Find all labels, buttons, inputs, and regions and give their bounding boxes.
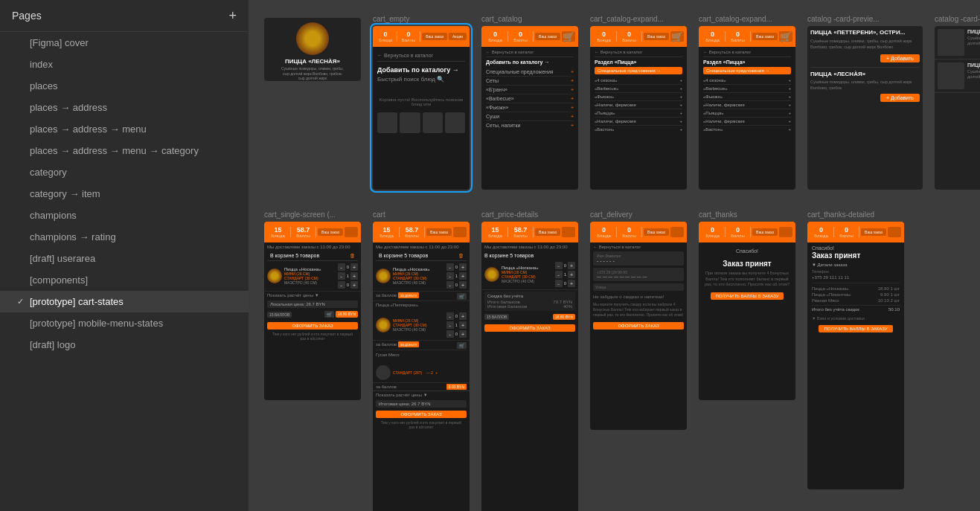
frame-cart-price-details[interactable]: cart_price-details 15Блюда 58.7Баллы Ваш… [481,210,578,511]
sidebar-item-draft-logo[interactable]: [draft] logo [0,334,249,356]
sidebar-item-category[interactable]: category [0,161,249,183]
frame-catalog-card-preview-2[interactable]: catalog -card-previe... ПИЦЦА «ЛЕСНÀЯ» С… [935,15,980,190]
frame-label: cart_catalog [481,15,578,23]
frame-cart-main[interactable]: cart 15Блюда 58.7Баллы Ваш заказ Мы дост… [373,210,470,511]
order-btn-main[interactable]: ОФОРМИТЬ ЗАКАЗ [376,411,467,418]
canvas-row-2: cart_single-screen (... 15Блюда 58.7Балл… [264,210,965,511]
frame-label: cart_thanks-detailed [807,210,904,219]
frame-label: catalog -card-previe... [935,15,980,23]
add-page-button[interactable]: + [228,9,237,22]
pages-title: Pages [12,10,42,22]
sidebar-item-places-address-menu[interactable]: places → address → menu [0,118,249,140]
frame-cart-delivery[interactable]: cart_delivery 0Блюда 0Баллы Ваш заказ ← … [590,210,687,430]
frame-cart-single[interactable]: cart_single-screen (... 15Блюда 58.7Балл… [264,210,361,400]
canvas-row-1: ПИЦЦА «ЛЕСНÀЯ» Сушёные помидоры, оливки,… [264,15,965,190]
check-icon: ✓ [15,297,25,307]
frame-label: cart_price-details [481,210,578,219]
canvas-area[interactable]: ПИЦЦА «ЛЕСНÀЯ» Сушёные помидоры, оливки,… [249,0,980,511]
sidebar-item-places-address-menu-category[interactable]: places → address → menu → category [0,140,249,161]
sidebar-item-label: [prototype] cart-states [30,296,124,307]
frame-cart-catalog[interactable]: cart_catalog 0Блюда 0Баллы Ваш заказ 🛒 ←… [481,15,578,190]
sidebar-item-champions[interactable]: champions [0,205,249,226]
frame-cart-thanks-detailed[interactable]: cart_thanks-detailed 0Блюда 0Баллы Ваш з… [807,210,904,489]
frame-cart-catalog-expand2[interactable]: cart_catalog-expand... 0Блюда 0Баллы Ваш… [699,15,795,190]
sidebar-item-prototype-mobile-menu[interactable]: [prototype] mobile-menu-states [0,312,249,334]
get-points-btn[interactable]: ПОЛУЧИТЬ БАЛЛЫ В ЗАКАЗУ [711,292,784,300]
sidebar-item-components[interactable]: [components] [0,269,249,291]
sidebar-item-places-address[interactable]: places → address [0,97,249,118]
sidebar-header: Pages + [0,0,249,32]
frame-catalog-card-preview-1[interactable]: catalog -card-previe... ПИЦЦА «ПЕТТЕРЕНИ… [807,15,923,190]
sidebar-item-places[interactable]: places [0,75,249,97]
sidebar-item-category-item[interactable]: category → item [0,183,249,205]
confirm-order-btn[interactable]: ОФОРМИТЬ ЗАКАЗ [593,322,684,330]
sidebar-item-index[interactable]: index [0,54,249,75]
frame-pizza-top[interactable]: ПИЦЦА «ЛЕСНÀЯ» Сушёные помидоры, оливки,… [264,15,361,81]
frame-label: cart_catalog-expand... [590,15,687,23]
frame-label: cart_empty [373,15,470,23]
frame-label: catalog -card-previe... [807,15,923,23]
frame-label: cart_catalog-expand... [699,15,795,23]
sidebar-item-draft-userarea[interactable]: [draft] userarea [0,248,249,269]
sidebar: Pages + [Figma] cover index places place… [0,0,249,511]
frame-label: cart [373,210,470,219]
frame-label: cart_single-screen (... [264,210,361,219]
frame-label: cart_delivery [590,210,687,219]
sidebar-item-figma-cover[interactable]: [Figma] cover [0,32,249,54]
frame-cart-catalog-expand1[interactable]: cart_catalog-expand... 0Блюда 0Баллы Ваш… [590,15,687,190]
order-btn[interactable]: ОФОРМИТЬ ЗАКАЗ [267,322,358,330]
sidebar-item-prototype-cart-states[interactable]: ✓ [prototype] cart-states [0,291,249,312]
sidebar-item-champions-rating[interactable]: champions → rating [0,226,249,248]
order-btn-price[interactable]: ОФОРМИТЬ ЗАКАЗ [484,324,575,332]
frame-label: cart_thanks [699,210,795,219]
get-points-btn-detailed[interactable]: ПОЛУЧИТЬ БАЛЛЫ В ЗАКАЗУ [819,325,893,332]
frame-cart-thanks[interactable]: cart_thanks 0Блюда 0Баллы Ваш заказ Спас… [699,210,795,400]
frame-cart-empty[interactable]: cart_empty 0 Блюда 0 Баллы Ваш зак [373,15,470,190]
